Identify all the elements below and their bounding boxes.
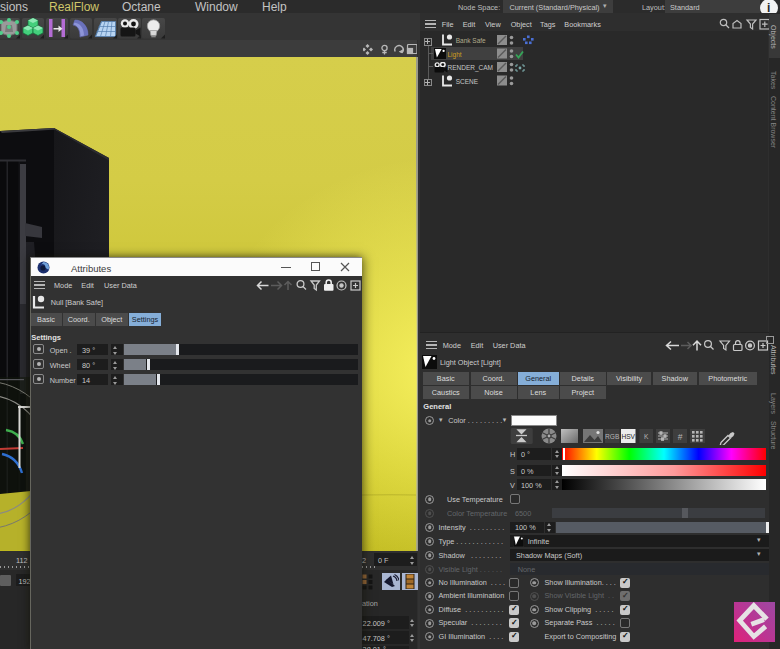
svg-text:RGB: RGB (605, 433, 620, 440)
svg-text:K: K (644, 433, 649, 440)
svg-text:HSV: HSV (621, 433, 635, 440)
svg-text:#: # (678, 432, 683, 442)
